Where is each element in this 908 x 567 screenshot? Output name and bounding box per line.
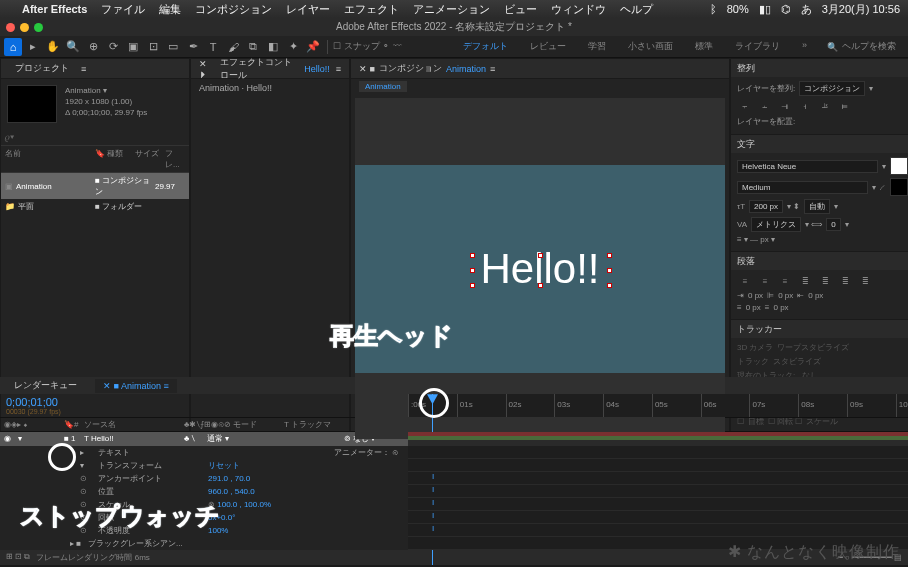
- character-panel-tab[interactable]: 文字: [731, 135, 908, 153]
- pen-tool-icon[interactable]: ✒: [184, 38, 202, 56]
- menu-file[interactable]: ファイル: [101, 2, 145, 17]
- stroke-color[interactable]: [890, 178, 908, 196]
- anchor-value[interactable]: 291.0 , 70.0: [208, 474, 408, 483]
- align-target[interactable]: コンポジション: [799, 81, 865, 96]
- align-bottom-icon[interactable]: ⫢: [837, 99, 853, 113]
- col-size[interactable]: サイズ: [135, 148, 165, 170]
- snap-label[interactable]: スナップ: [344, 41, 380, 51]
- kerning[interactable]: メトリクス: [751, 217, 801, 232]
- camera-tool-icon[interactable]: ▣: [124, 38, 142, 56]
- prop-text[interactable]: テキスト: [98, 447, 208, 458]
- align-panel-tab[interactable]: 整列: [731, 59, 908, 77]
- paragraph-panel-tab[interactable]: 段落: [731, 252, 908, 270]
- workspace-standard[interactable]: 標準: [685, 37, 723, 56]
- stopwatch-icon[interactable]: ⊙: [80, 513, 98, 522]
- col-source-name[interactable]: ソース名: [84, 419, 184, 430]
- current-timecode[interactable]: 0;00;01;00: [6, 396, 402, 408]
- close-icon[interactable]: [6, 23, 15, 32]
- text-handle[interactable]: [607, 268, 612, 273]
- menu-layer[interactable]: レイヤー: [286, 2, 330, 17]
- position-value[interactable]: 960.0 , 540.0: [208, 487, 408, 496]
- comp-flowchart[interactable]: Animation: [359, 81, 407, 92]
- text-handle[interactable]: [470, 283, 475, 288]
- text-handle[interactable]: [607, 283, 612, 288]
- workspace-small[interactable]: 小さい画面: [618, 37, 683, 56]
- text-tool-icon[interactable]: T: [204, 38, 222, 56]
- font-size[interactable]: 200 px: [749, 200, 783, 213]
- justify-left-icon[interactable]: ≣: [797, 274, 813, 288]
- text-handle[interactable]: [538, 253, 543, 258]
- prop-opacity[interactable]: 不透明度: [98, 525, 208, 536]
- composition-viewer[interactable]: Hello!!: [355, 98, 725, 439]
- workspace-library[interactable]: ライブラリ: [725, 37, 790, 56]
- workspace-learn[interactable]: 学習: [578, 37, 616, 56]
- align-left-text-icon[interactable]: ≡: [737, 274, 753, 288]
- zoom-icon[interactable]: [34, 23, 43, 32]
- ec-tab[interactable]: エフェクトコントロール: [220, 56, 298, 82]
- align-vcenter-icon[interactable]: ⫡: [817, 99, 833, 113]
- comp-thumbnail[interactable]: [7, 85, 57, 123]
- prop-scale[interactable]: スケール: [98, 499, 208, 510]
- justify-center-icon[interactable]: ≣: [817, 274, 833, 288]
- prop-rotation[interactable]: 回転: [98, 512, 208, 523]
- leading[interactable]: 自動: [804, 199, 830, 214]
- menu-edit[interactable]: 編集: [159, 2, 181, 17]
- text-handle[interactable]: [470, 253, 475, 258]
- project-item-animation[interactable]: ▣Animation ■ コンポジション 29.97: [1, 173, 189, 199]
- scale-value[interactable]: 100.0 , 100.0%: [217, 500, 271, 509]
- text-handle[interactable]: [470, 268, 475, 273]
- stopwatch-icon[interactable]: ⊙: [80, 474, 98, 483]
- workspace-more[interactable]: »: [792, 37, 817, 56]
- text-handle[interactable]: [538, 283, 543, 288]
- col-fps[interactable]: フレ...: [165, 148, 185, 170]
- help-search[interactable]: 🔍 ヘルプを検索: [819, 37, 904, 56]
- wifi-icon[interactable]: ⌬: [781, 3, 791, 16]
- layer-bar[interactable]: [408, 432, 908, 446]
- menu-view[interactable]: ビュー: [504, 2, 537, 17]
- project-item-solids[interactable]: 📁平面 ■ フォルダー: [1, 199, 189, 214]
- time-ruler[interactable]: :00s 01s 02s 03s 04s 05s 06s 07s 08s 09s…: [408, 394, 908, 417]
- col-type[interactable]: 種類: [107, 149, 123, 158]
- rotation-value[interactable]: 0x+0.0°: [208, 513, 408, 522]
- pan-behind-tool-icon[interactable]: ⊡: [144, 38, 162, 56]
- stopwatch-icon[interactable]: ⊙: [80, 526, 98, 535]
- project-tab[interactable]: プロジェクト: [9, 60, 75, 77]
- justify-right-icon[interactable]: ≣: [837, 274, 853, 288]
- app-name[interactable]: After Effects: [22, 3, 87, 15]
- hand-tool-icon[interactable]: ✋: [44, 38, 62, 56]
- canvas[interactable]: Hello!!: [355, 165, 725, 373]
- tab-render-queue[interactable]: レンダーキュー: [6, 377, 85, 394]
- font-family[interactable]: Helvetica Neue: [737, 160, 878, 173]
- tracker-panel-tab[interactable]: トラッカー: [731, 320, 908, 338]
- minimize-icon[interactable]: [20, 23, 29, 32]
- workspace-review[interactable]: レビュー: [520, 37, 576, 56]
- roto-tool-icon[interactable]: ✦: [284, 38, 302, 56]
- brush-tool-icon[interactable]: 🖌: [224, 38, 242, 56]
- fill-color[interactable]: [890, 157, 908, 175]
- justify-all-icon[interactable]: ≣: [857, 274, 873, 288]
- col-name[interactable]: 名前: [5, 148, 95, 170]
- selection-tool-icon[interactable]: ▸: [24, 38, 42, 56]
- indent-left[interactable]: 0 px: [748, 291, 763, 300]
- prop-anchor[interactable]: アンカーポイント: [98, 473, 208, 484]
- puppet-tool-icon[interactable]: 📌: [304, 38, 322, 56]
- timeline-tracks[interactable]: I I I I I: [408, 432, 908, 550]
- orbit-tool-icon[interactable]: ⊕: [84, 38, 102, 56]
- clock[interactable]: 3月20(月) 10:56: [822, 2, 900, 17]
- align-top-icon[interactable]: ⫞: [797, 99, 813, 113]
- layer-mode[interactable]: 通常: [207, 434, 223, 443]
- eraser-tool-icon[interactable]: ◧: [264, 38, 282, 56]
- col-mode[interactable]: モード: [233, 420, 257, 429]
- menu-effect[interactable]: エフェクト: [344, 2, 399, 17]
- stopwatch-icon[interactable]: ⊙: [80, 500, 98, 509]
- comp-name[interactable]: Animation ▾: [65, 85, 147, 96]
- clone-tool-icon[interactable]: ⧉: [244, 38, 262, 56]
- reset-transform[interactable]: リセット: [208, 460, 408, 471]
- text-handle[interactable]: [607, 253, 612, 258]
- prop-transform[interactable]: トランスフォーム: [98, 460, 208, 471]
- animator-add[interactable]: アニメーター：: [334, 448, 390, 457]
- traffic-lights[interactable]: [6, 23, 43, 32]
- zoom-tool-icon[interactable]: 🔍: [64, 38, 82, 56]
- font-weight[interactable]: Medium: [737, 181, 868, 194]
- layer-name[interactable]: Hello!!: [91, 434, 114, 443]
